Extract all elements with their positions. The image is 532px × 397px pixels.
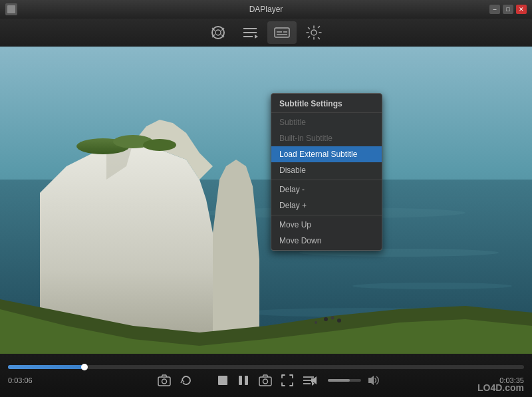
maximize-button[interactable]: □ xyxy=(503,5,513,14)
svg-marker-45 xyxy=(312,382,315,386)
speaker-icon xyxy=(368,374,381,386)
svg-point-31 xyxy=(324,317,328,321)
menu-item-load-external[interactable]: Load External Subtitle xyxy=(271,146,382,162)
menu-header: Subtitle Settings xyxy=(271,95,382,113)
svg-point-32 xyxy=(331,317,334,320)
svg-rect-35 xyxy=(158,377,170,386)
window-title: DAPlayer xyxy=(249,5,283,14)
camera-button[interactable] xyxy=(259,374,272,386)
video-area[interactable]: Subtitle Settings Subtitle Built-in Subt… xyxy=(0,47,532,354)
menu-item-delay-minus[interactable]: Delay - xyxy=(271,182,382,198)
svg-point-20 xyxy=(352,283,512,289)
replay-button[interactable] xyxy=(180,374,192,386)
stop-button[interactable] xyxy=(217,375,228,386)
window-controls: – □ ✕ xyxy=(489,5,527,14)
toolbar-btn-subtitle[interactable] xyxy=(267,21,297,44)
progress-bar[interactable] xyxy=(8,365,524,369)
menu-item-built-in[interactable]: Built-in Subtitle xyxy=(271,130,382,146)
progress-fill xyxy=(8,365,84,369)
minimize-button[interactable]: – xyxy=(489,5,500,14)
svg-rect-11 xyxy=(275,28,289,37)
app-icon xyxy=(5,3,17,15)
svg-rect-38 xyxy=(239,376,242,385)
time-current: 0:03:06 xyxy=(8,376,33,384)
pause-button[interactable] xyxy=(237,374,249,386)
center-controls xyxy=(217,374,315,386)
logo: LO4D.com xyxy=(477,382,524,393)
toolbar xyxy=(0,19,532,47)
menu-item-disable[interactable]: Disable xyxy=(271,162,382,178)
control-row: 0:03:06 xyxy=(8,374,524,386)
toolbar-btn-settings[interactable] xyxy=(299,21,329,44)
titlebar: DAPlayer – □ ✕ xyxy=(0,0,532,19)
right-controls xyxy=(311,374,381,386)
svg-point-28 xyxy=(143,139,176,151)
svg-point-41 xyxy=(263,379,268,384)
svg-marker-10 xyxy=(255,35,258,39)
svg-rect-37 xyxy=(218,376,227,385)
toolbar-btn-playlist[interactable] xyxy=(235,21,265,44)
svg-rect-0 xyxy=(7,5,15,13)
svg-marker-47 xyxy=(368,376,374,385)
menu-separator-2 xyxy=(271,215,382,215)
menu-item-subtitle[interactable]: Subtitle xyxy=(271,114,382,130)
subtitle-menu: Subtitle Settings Subtitle Built-in Subt… xyxy=(271,93,382,251)
toolbar-btn-movie[interactable] xyxy=(203,21,233,44)
svg-point-34 xyxy=(315,321,317,324)
menu-item-delay-plus[interactable]: Delay + xyxy=(271,198,382,213)
svg-point-33 xyxy=(337,319,341,323)
svg-point-1 xyxy=(212,27,224,39)
svg-marker-24 xyxy=(213,160,259,354)
playlist-button[interactable] xyxy=(303,375,315,386)
svg-rect-40 xyxy=(259,377,271,386)
close-button[interactable]: ✕ xyxy=(516,5,527,14)
left-controls xyxy=(158,374,192,386)
menu-item-move-down[interactable]: Move Down xyxy=(271,233,382,249)
menu-item-move-up[interactable]: Move Up xyxy=(271,217,382,233)
volume-fill xyxy=(328,379,350,382)
svg-point-15 xyxy=(311,30,317,35)
svg-point-2 xyxy=(215,30,221,35)
svg-point-36 xyxy=(162,379,166,384)
player-controls: 0:03:06 xyxy=(0,354,532,397)
fullscreen-button[interactable] xyxy=(281,374,293,386)
svg-rect-39 xyxy=(245,376,248,385)
progress-handle[interactable] xyxy=(81,364,88,370)
volume-slider[interactable] xyxy=(328,379,361,382)
screenshot-button[interactable] xyxy=(158,374,171,386)
menu-separator-1 xyxy=(271,180,382,180)
video-frame xyxy=(0,47,532,354)
